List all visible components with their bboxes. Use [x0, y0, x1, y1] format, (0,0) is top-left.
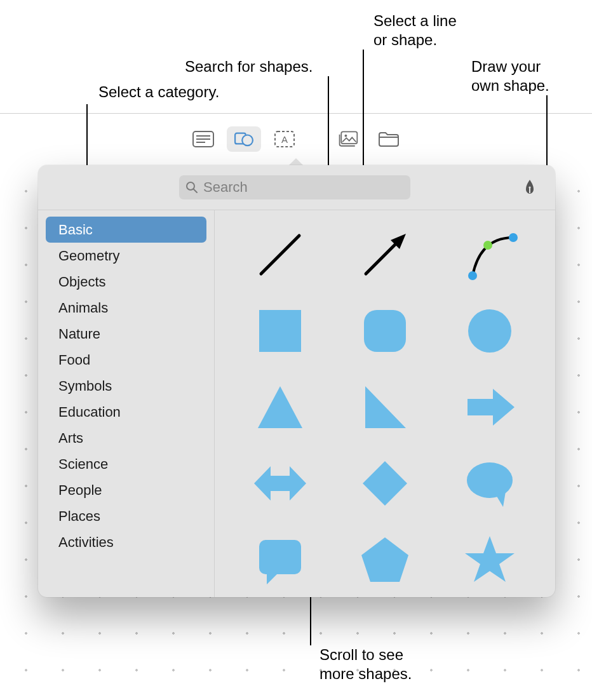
callout-text: or shape. — [373, 31, 437, 48]
draw-shape-button[interactable] — [518, 176, 541, 199]
sidebar-item-science[interactable]: Science — [46, 451, 206, 477]
media-icon — [337, 131, 359, 147]
arrow-line-shape[interactable] — [353, 225, 417, 284]
toolbar: A — [0, 123, 592, 155]
svg-marker-27 — [363, 461, 407, 506]
callout-text: more shapes. — [320, 665, 412, 682]
star-shape[interactable] — [458, 530, 521, 589]
svg-marker-32 — [361, 537, 408, 582]
sidebar-item-objects[interactable]: Objects — [46, 269, 206, 295]
callout-category: Select a category. — [98, 83, 219, 102]
sidebar-item-people[interactable]: People — [46, 477, 206, 503]
svg-rect-7 — [341, 131, 357, 144]
sidebar-item-label: Nature — [58, 326, 100, 342]
svg-point-17 — [468, 271, 477, 280]
svg-marker-26 — [254, 466, 306, 501]
sidebar-item-education[interactable]: Education — [46, 399, 206, 425]
page-layout-icon — [192, 131, 214, 147]
svg-marker-33 — [465, 536, 515, 582]
speech-bubble-shape[interactable] — [458, 454, 521, 513]
shapes-popover: Search Basic Geometry Objects Animals Na… — [38, 165, 555, 597]
rounded-square-shape[interactable] — [353, 302, 417, 360]
sidebar-item-label: Objects — [58, 274, 106, 290]
line-shape[interactable] — [248, 225, 312, 284]
popover-body: Basic Geometry Objects Animals Nature Fo… — [38, 210, 555, 597]
callout-text: Select a line — [373, 12, 457, 29]
circle-shape[interactable] — [458, 302, 521, 360]
svg-point-8 — [344, 135, 347, 137]
right-triangle-shape[interactable] — [353, 378, 417, 436]
curve-editable-shape[interactable] — [458, 225, 521, 284]
folder-button[interactable] — [372, 126, 406, 152]
canvas-top-divider — [0, 113, 592, 114]
sidebar-item-label: Education — [58, 404, 121, 421]
right-arrow-shape[interactable] — [458, 378, 521, 436]
callout-text: Scroll to see — [320, 646, 403, 663]
svg-point-18 — [509, 233, 518, 242]
svg-line-11 — [194, 189, 197, 192]
svg-marker-31 — [267, 572, 278, 584]
search-input[interactable]: Search — [179, 175, 410, 199]
svg-marker-24 — [365, 386, 406, 428]
svg-point-19 — [483, 241, 492, 250]
square-shape[interactable] — [248, 302, 312, 360]
sidebar-item-geometry[interactable]: Geometry — [46, 243, 206, 269]
sidebar-item-food[interactable]: Food — [46, 347, 206, 373]
sidebar-item-label: Arts — [58, 430, 83, 447]
page-layout-button[interactable] — [186, 126, 220, 152]
svg-point-10 — [187, 182, 194, 190]
callout-text: own shape. — [471, 77, 549, 94]
diamond-shape[interactable] — [353, 454, 417, 513]
svg-rect-30 — [259, 540, 301, 574]
sidebar-item-activities[interactable]: Activities — [46, 529, 206, 555]
sidebar-item-label: Places — [58, 508, 100, 525]
svg-point-28 — [467, 462, 513, 498]
triangle-shape[interactable] — [248, 378, 312, 436]
search-icon — [185, 181, 198, 194]
sidebar-item-symbols[interactable]: Symbols — [46, 373, 206, 399]
sidebar-item-label: People — [58, 482, 102, 499]
sidebar-item-animals[interactable]: Animals — [46, 295, 206, 321]
pentagon-shape[interactable] — [353, 530, 417, 589]
svg-marker-23 — [258, 386, 302, 428]
callout-select-shape: Select a line or shape. — [373, 11, 457, 50]
callout-draw: Draw your own shape. — [471, 57, 549, 95]
sidebar-item-basic[interactable]: Basic — [46, 217, 206, 243]
callout-search: Search for shapes. — [185, 57, 313, 76]
shapes-grid-area[interactable] — [215, 210, 555, 597]
quote-bubble-shape[interactable] — [248, 530, 312, 589]
sidebar-item-nature[interactable]: Nature — [46, 321, 206, 347]
sidebar-item-places[interactable]: Places — [46, 503, 206, 529]
search-placeholder: Search — [203, 179, 248, 196]
shapes-button[interactable] — [227, 126, 261, 152]
svg-point-13 — [528, 186, 530, 188]
sidebar-item-label: Basic — [58, 222, 93, 238]
sidebar-item-label: Science — [58, 456, 108, 473]
svg-marker-29 — [495, 492, 506, 507]
svg-point-5 — [242, 135, 253, 146]
sidebar-item-label: Geometry — [58, 248, 120, 264]
svg-point-22 — [468, 309, 511, 353]
double-arrow-shape[interactable] — [248, 454, 312, 513]
svg-rect-20 — [259, 310, 301, 352]
textbox-icon: A — [274, 131, 295, 147]
shapes-icon — [233, 131, 255, 147]
pen-icon — [521, 178, 539, 196]
sidebar-item-label: Animals — [58, 300, 108, 316]
sidebar-item-label: Symbols — [58, 378, 112, 394]
textbox-button[interactable]: A — [267, 126, 302, 152]
category-sidebar: Basic Geometry Objects Animals Nature Fo… — [38, 210, 215, 597]
svg-rect-21 — [364, 310, 406, 352]
sidebar-item-arts[interactable]: Arts — [46, 425, 206, 451]
svg-line-15 — [366, 240, 400, 274]
callout-text: Search for shapes. — [185, 58, 313, 75]
shapes-grid — [240, 225, 530, 589]
svg-line-14 — [261, 236, 299, 274]
folder-icon — [378, 131, 400, 147]
callout-text: Draw your — [471, 58, 541, 75]
media-button[interactable] — [331, 126, 365, 152]
callout-text: Select a category. — [98, 83, 219, 100]
sidebar-item-label: Activities — [58, 534, 114, 551]
svg-marker-25 — [468, 389, 515, 426]
sidebar-item-label: Food — [58, 352, 90, 368]
